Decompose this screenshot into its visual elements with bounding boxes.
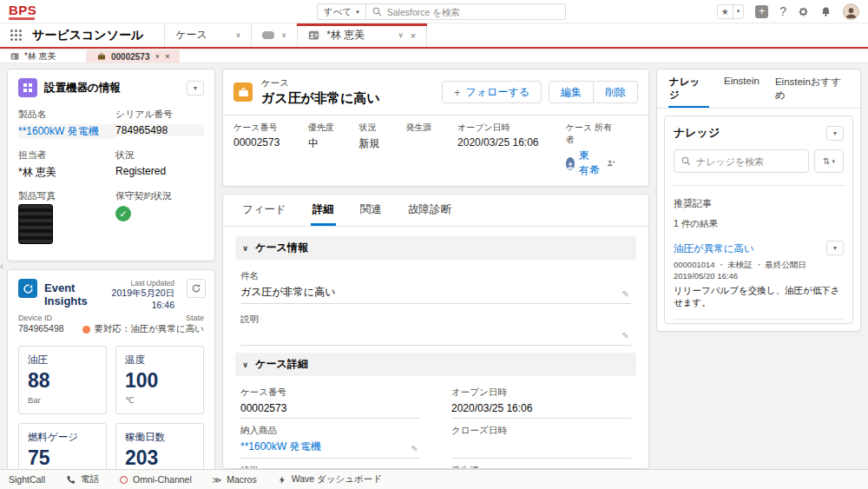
article-title-link[interactable]: 油圧が異常に高い — [674, 243, 754, 254]
equipment-status-label: 状況 — [115, 149, 204, 162]
change-owner-icon[interactable] — [607, 159, 615, 168]
utility-macros[interactable]: ≫ Macros — [213, 474, 257, 485]
global-search-input[interactable] — [387, 7, 559, 17]
search-icon — [372, 7, 382, 17]
origin-highlight: 発生源 — [405, 122, 435, 178]
app-launcher-icon[interactable] — [0, 23, 32, 47]
opened-date-highlight: オープン日時 2020/03/25 16:06 — [457, 122, 543, 178]
tab-einstein-recommendations[interactable]: Einsteinおすすめ — [774, 69, 849, 108]
salesforce-service-console: BPS すべて ▾ ★ ▾ + ? — [0, 0, 868, 489]
tab-diagnosis[interactable]: 故障診断 — [406, 195, 453, 226]
notifications-bell-icon[interactable] — [820, 6, 832, 17]
star-icon[interactable]: ★ — [718, 5, 733, 18]
priority-highlight: 優先度 中 — [308, 122, 336, 178]
divider — [672, 185, 845, 186]
subtab-case[interactable]: 00002573 ∨ × — [87, 50, 180, 63]
tab-related[interactable]: 関連 — [358, 195, 384, 226]
delete-button[interactable]: 削除 — [594, 81, 638, 103]
favorites-button: ★ ▾ — [717, 4, 744, 19]
global-search-box — [366, 3, 566, 20]
article-menu-button[interactable]: ▾ — [826, 241, 844, 255]
brand-logo-tagline — [9, 17, 35, 20]
product-name-link[interactable]: **1600kW 発電機 — [18, 125, 99, 137]
case-tab-bar: フィード 詳細 関連 故障診断 — [223, 195, 648, 227]
app-name[interactable]: サービスコンソール — [32, 23, 164, 47]
last-updated-label: Last Updated — [108, 279, 174, 287]
subtab-contact[interactable]: *林 恵美 — [0, 50, 87, 63]
tab-feed[interactable]: フィード — [240, 195, 288, 226]
chevron-down-icon[interactable]: ∨ — [155, 53, 161, 60]
edit-pencil-icon[interactable]: ✎ — [622, 331, 629, 340]
case-entity-label: ケース — [261, 77, 380, 89]
edit-pencil-icon[interactable]: ✎ — [622, 289, 629, 299]
chevron-down-icon[interactable]: ∨ — [398, 31, 404, 39]
utility-phone[interactable]: 電話 — [66, 473, 99, 486]
state-value: 要対応：油圧が異常に高い — [94, 323, 204, 335]
edit-button[interactable]: 編集 — [549, 81, 594, 103]
knowledge-article: 油圧が異常に高い 000001014 ・ 未検証 ・ 最終公開日 2019/05… — [674, 242, 844, 320]
follow-button[interactable]: + フォローする — [442, 81, 542, 103]
equipment-info-card: 設置機器の情報 ▾ 製品名 **1600kW 発電機 シリアル番号 784965… — [7, 69, 215, 261]
knowledge-panel: ナレッジ Einstein Einsteinおすすめ ナレッジ ▾ — [656, 69, 861, 332]
chevron-down-icon[interactable]: ∨ — [235, 31, 240, 39]
result-count: 1 件の結果 — [674, 218, 844, 230]
close-icon[interactable]: × — [165, 52, 169, 61]
close-icon[interactable]: × — [411, 30, 416, 41]
utility-sightcall[interactable]: SightCall — [9, 474, 45, 485]
global-actions-plus-icon[interactable]: + — [755, 5, 768, 18]
left-sidebar: 設置機器の情報 ▾ 製品名 **1600kW 発電機 シリアル番号 784965… — [7, 69, 215, 469]
product-photo — [18, 204, 53, 244]
plus-icon: + — [454, 86, 461, 99]
knowledge-search-input[interactable] — [696, 156, 801, 167]
user-avatar[interactable] — [843, 3, 859, 20]
refresh-button[interactable] — [187, 279, 206, 298]
utility-wave-dashboard[interactable]: Wave ダッシュボード — [278, 473, 382, 486]
status-field: 状況 新規 ✎ — [240, 462, 420, 468]
origin-field: 発生源 ✎ — [451, 462, 631, 468]
product-name-label: 製品名 — [18, 109, 115, 121]
event-insights-card: Event Insights Last Updated 2019年5月20日 1… — [7, 269, 215, 469]
case-detail-panel: フィード 詳細 関連 故障診断 ∨ ケース情報 件名 ガス圧が非常に高い ✎ — [222, 194, 649, 469]
gauge-fuel: 燃料ゲージ 75 % — [18, 423, 107, 469]
closed-date-field: クローズ日時 — [451, 422, 631, 459]
subtab-bar: *林 恵美 00002573 ∨ × — [0, 50, 868, 63]
subject-field: 件名 ガス圧が非常に高い ✎ — [240, 268, 631, 304]
tab-einstein[interactable]: Einstein — [723, 69, 760, 108]
utility-omni-channel[interactable]: Omni-Channel — [120, 474, 192, 485]
favorites-chevron-icon[interactable]: ▾ — [733, 5, 744, 18]
serial-number-value: 784965498 — [115, 124, 168, 136]
macros-icon: ≫ — [213, 475, 221, 485]
nav-tab-pinned[interactable]: ∨ — [251, 23, 297, 47]
setup-gear-icon[interactable] — [798, 6, 809, 17]
nav-tab-cases[interactable]: ケース ∨ — [164, 23, 251, 47]
help-icon[interactable]: ? — [779, 5, 786, 17]
edit-pencil-icon[interactable]: ✎ — [411, 444, 418, 453]
case-owner-highlight: ケース 所有者 東 有希 — [566, 122, 615, 178]
card-menu-button[interactable]: ▾ — [187, 81, 204, 96]
sort-button[interactable]: ⇅ ▾ — [814, 149, 844, 173]
case-object-icon — [233, 83, 253, 102]
lightning-bolt-icon — [278, 475, 286, 485]
case-number-highlight: ケース番号 00002573 — [233, 122, 286, 178]
card-menu-button[interactable]: ▾ — [826, 126, 844, 141]
case-owner-link[interactable]: 東 有希 — [579, 149, 602, 178]
brand-logo[interactable]: BPS — [9, 3, 36, 20]
contact-person-icon — [10, 52, 19, 61]
chevron-down-icon: ∨ — [242, 244, 248, 253]
chevron-down-icon[interactable]: ∨ — [281, 31, 286, 39]
tab-knowledge[interactable]: ナレッジ — [668, 69, 709, 108]
search-scope-button[interactable]: すべて ▾ — [317, 3, 366, 20]
sort-arrows-icon: ⇅ — [823, 156, 830, 166]
collapse-left-panel-handle[interactable]: ‹ — [0, 261, 3, 271]
contact-person-icon — [308, 30, 319, 41]
section-case-info[interactable]: ∨ ケース情報 — [235, 236, 636, 260]
chevron-down-icon: ▾ — [356, 9, 359, 16]
workspace-tab-contact[interactable]: *林 恵美 ∨ × — [297, 23, 427, 47]
event-insights-icon — [18, 279, 37, 298]
case-workspace: ケース ガス圧が非常に高い + フォローする 編集 削除 — [222, 69, 649, 469]
warranty-status-label: 保守契約状況 — [115, 190, 204, 202]
knowledge-tab-bar: ナレッジ Einstein Einsteinおすすめ — [657, 69, 860, 109]
section-case-detail[interactable]: ∨ ケース詳細 — [235, 353, 636, 376]
tab-detail[interactable]: 詳細 — [311, 195, 336, 226]
chevron-down-icon: ∨ — [242, 360, 248, 369]
